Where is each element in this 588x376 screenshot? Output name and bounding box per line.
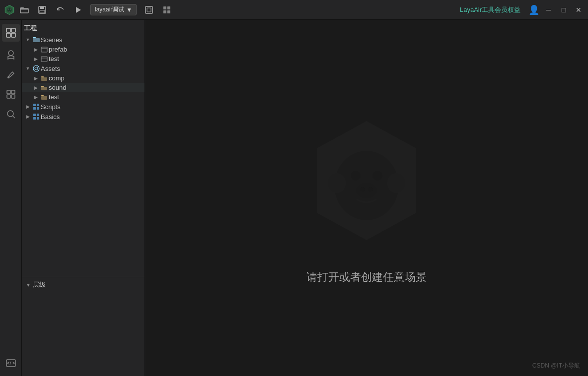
hierarchy-header[interactable]: ▼ 层级 <box>22 277 145 292</box>
main-layout: 工程 ▼ Scenes ▶ <box>0 20 588 376</box>
svg-rect-10 <box>146 6 152 13</box>
svg-rect-12 <box>163 6 166 9</box>
toolbar: layaair调试 ▼ <box>19 4 239 15</box>
svg-rect-48 <box>33 114 36 116</box>
svg-point-3 <box>10 8 11 9</box>
project-section-label: 工程 <box>22 22 145 35</box>
svg-rect-39 <box>41 77 47 81</box>
tree-item-prefab[interactable]: ▶ prefab <box>22 45 145 54</box>
svg-rect-13 <box>167 6 170 9</box>
assets-arrow: ▼ <box>24 66 32 71</box>
svg-point-36 <box>33 65 39 71</box>
svg-rect-16 <box>6 28 10 32</box>
comp-label: comp <box>49 74 145 82</box>
iconbar-scenes[interactable] <box>2 24 20 42</box>
basics-icon <box>32 113 41 121</box>
svg-rect-34 <box>41 57 47 62</box>
iconbar <box>0 20 22 376</box>
tree-item-assets[interactable]: ▼ Assets <box>22 63 145 73</box>
svg-line-27 <box>12 116 15 118</box>
hex-logo <box>297 111 436 250</box>
sound-arrow: ▶ <box>32 85 40 90</box>
open-folder-icon[interactable] <box>19 4 30 15</box>
maximize-button[interactable]: □ <box>558 4 569 15</box>
svg-rect-47 <box>37 107 39 110</box>
member-link[interactable]: LayaAir工具会员权益 <box>460 5 520 14</box>
scenes-test-icon <box>40 56 49 63</box>
basics-label: Basics <box>41 113 145 121</box>
svg-point-21 <box>7 76 9 78</box>
watermark: CSDN @IT小导航 <box>532 362 580 370</box>
iconbar-assets[interactable] <box>2 46 20 63</box>
svg-point-57 <box>372 171 382 181</box>
project-label: 工程 <box>24 24 37 33</box>
sidebar-file-tree: 工程 ▼ Scenes ▶ <box>22 20 145 277</box>
svg-rect-38 <box>41 76 44 77</box>
svg-rect-5 <box>20 8 28 13</box>
tree-item-scripts[interactable]: ▶ Scripts <box>22 102 145 112</box>
frame-icon[interactable] <box>144 4 154 15</box>
tree-item-assets-test[interactable]: ▶ test <box>22 92 145 102</box>
svg-point-2 <box>7 8 8 9</box>
scenes-icon <box>32 36 41 44</box>
center-message: 请打开或者创建任意场景 <box>306 270 427 285</box>
tree-item-scenes-test[interactable]: ▶ test <box>22 54 145 63</box>
svg-rect-49 <box>37 114 39 116</box>
svg-rect-25 <box>11 95 15 98</box>
svg-point-58 <box>356 183 377 198</box>
svg-point-54 <box>328 173 346 193</box>
prefab-arrow: ▶ <box>32 47 40 52</box>
svg-point-55 <box>387 173 405 193</box>
hierarchy-label: 层级 <box>33 280 46 289</box>
scripts-icon <box>32 103 41 111</box>
svg-rect-8 <box>40 10 45 13</box>
svg-rect-45 <box>37 104 39 106</box>
svg-line-29 <box>10 362 11 365</box>
content-area: 请打开或者创建任意场景 CSDN @IT小导航 <box>145 20 588 376</box>
svg-rect-44 <box>33 104 36 106</box>
grid-icon[interactable] <box>161 4 172 15</box>
assets-icon <box>32 64 41 72</box>
svg-rect-17 <box>11 28 15 32</box>
svg-point-59 <box>360 187 365 192</box>
tree-item-basics[interactable]: ▶ Basics <box>22 112 145 122</box>
save-icon[interactable] <box>37 4 48 15</box>
iconbar-brush[interactable] <box>2 65 20 83</box>
assets-test-arrow: ▶ <box>32 95 40 100</box>
tree-item-sound[interactable]: ▶ sound <box>22 83 145 92</box>
sound-icon <box>40 84 49 91</box>
svg-rect-46 <box>33 107 36 110</box>
scenes-arrow: ▼ <box>24 37 32 42</box>
svg-rect-7 <box>40 6 44 9</box>
debug-dropdown[interactable]: layaair调试 ▼ <box>90 4 137 15</box>
svg-rect-23 <box>11 90 15 94</box>
svg-rect-32 <box>41 47 47 52</box>
iconbar-search[interactable] <box>2 105 20 123</box>
scripts-arrow: ▶ <box>24 104 32 109</box>
titlebar: layaair调试 ▼ LayaAir工具会员权益 👤 ─ □ ✕ <box>0 0 588 20</box>
scenes-test-label: test <box>49 55 145 63</box>
prefab-icon <box>40 46 49 53</box>
svg-rect-42 <box>41 95 44 96</box>
prefab-label: prefab <box>49 46 145 53</box>
scenes-label: Scenes <box>41 36 145 44</box>
scenes-test-arrow: ▶ <box>32 57 40 62</box>
svg-rect-51 <box>37 117 39 120</box>
app-logo <box>4 4 15 15</box>
tree-item-comp[interactable]: ▶ comp <box>22 73 145 83</box>
play-icon[interactable] <box>73 4 83 15</box>
basics-arrow: ▶ <box>24 114 32 119</box>
sidebar: 工程 ▼ Scenes ▶ <box>22 20 145 376</box>
svg-rect-18 <box>6 33 10 37</box>
undo-icon[interactable] <box>55 4 66 15</box>
user-icon[interactable]: 👤 <box>528 4 539 15</box>
svg-rect-41 <box>41 87 47 90</box>
svg-point-37 <box>35 67 38 70</box>
tree-item-scenes[interactable]: ▼ Scenes <box>22 35 145 45</box>
iconbar-code[interactable] <box>2 354 20 372</box>
minimize-button[interactable]: ─ <box>543 4 554 15</box>
svg-rect-19 <box>11 33 15 37</box>
iconbar-components[interactable] <box>2 85 20 103</box>
assets-test-label: test <box>49 93 145 101</box>
close-button[interactable]: ✕ <box>573 4 584 15</box>
